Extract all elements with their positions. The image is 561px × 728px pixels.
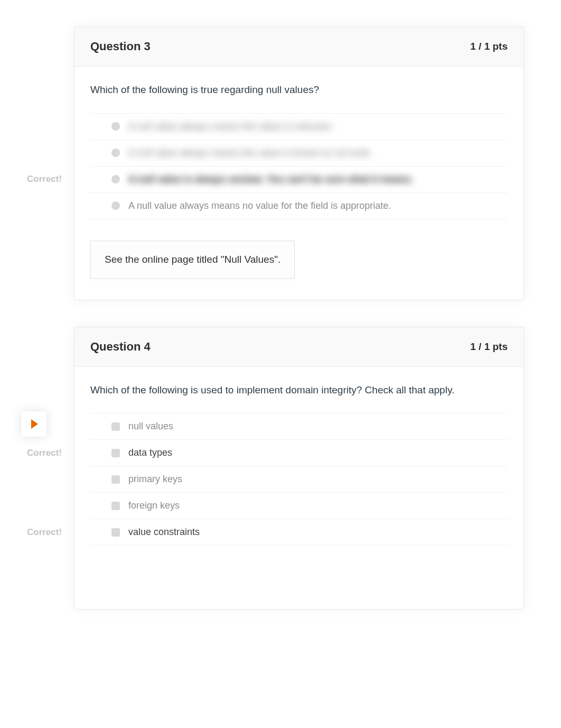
question-prompt: Which of the following is used to implem… (90, 383, 508, 398)
radio-icon (111, 122, 120, 131)
checkbox-icon (111, 502, 120, 510)
radio-icon (111, 149, 120, 157)
answer-text: A null value always means no value for t… (128, 200, 391, 211)
answer-text: A null value always means the value is k… (128, 148, 372, 159)
answer-text: foreign keys (128, 500, 180, 511)
answer-option: A null value always means the value is u… (90, 113, 508, 140)
radio-icon (111, 201, 120, 210)
answer-option: foreign keys (90, 492, 508, 519)
question-body: Which of the following is used to implem… (74, 367, 523, 610)
radio-icon (111, 175, 120, 183)
answer-option-correct: Correct! A null value is always unclear.… (90, 166, 508, 192)
answer-option-correct: Correct! value constraints (90, 519, 508, 546)
question-points: 1 / 1 pts (470, 341, 508, 353)
answer-text: null values (128, 421, 173, 432)
question-points: 1 / 1 pts (470, 41, 508, 52)
question-card: Question 4 1 / 1 pts Which of the follow… (74, 327, 524, 610)
answer-option: primary keys (90, 466, 508, 492)
question-header: Question 4 1 / 1 pts (74, 327, 523, 367)
checkbox-icon (111, 449, 120, 457)
question-4: Question 4 1 / 1 pts Which of the follow… (74, 327, 524, 610)
correct-label: Correct! (27, 448, 62, 458)
checkbox-icon (111, 422, 120, 431)
play-icon (31, 419, 38, 429)
question-card: Question 3 1 / 1 pts Which of the follow… (74, 26, 524, 300)
answer-option: null values (90, 413, 508, 439)
answer-option-correct: Correct! data types (90, 439, 508, 466)
answer-option: A null value always means the value is k… (90, 140, 508, 166)
answer-list: null values Correct! data types primary … (90, 413, 508, 546)
question-prompt: Which of the following is true regarding… (90, 82, 508, 97)
correct-label: Correct! (27, 174, 62, 185)
answer-text: value constraints (128, 527, 200, 538)
answer-text: primary keys (128, 474, 182, 485)
question-3: Question 3 1 / 1 pts Which of the follow… (74, 26, 524, 300)
question-title: Question 3 (90, 40, 151, 53)
answer-text: A null value always means the value is u… (128, 121, 334, 132)
checkbox-icon (111, 475, 120, 484)
feedback-box: See the online page titled "Null Values"… (90, 241, 295, 279)
question-body: Which of the following is true regarding… (74, 67, 523, 300)
question-title: Question 4 (90, 340, 151, 354)
answer-text: A null value is always unclear. You can'… (128, 174, 413, 185)
answer-text: data types (128, 447, 172, 458)
checkbox-icon (111, 528, 120, 537)
answer-option: A null value always means no value for t… (90, 192, 508, 219)
play-button[interactable] (21, 411, 46, 437)
feedback-text: See the online page titled "Null Values"… (105, 254, 280, 265)
answer-list: A null value always means the value is u… (90, 113, 508, 219)
correct-label: Correct! (27, 527, 62, 538)
question-header: Question 3 1 / 1 pts (74, 27, 523, 67)
